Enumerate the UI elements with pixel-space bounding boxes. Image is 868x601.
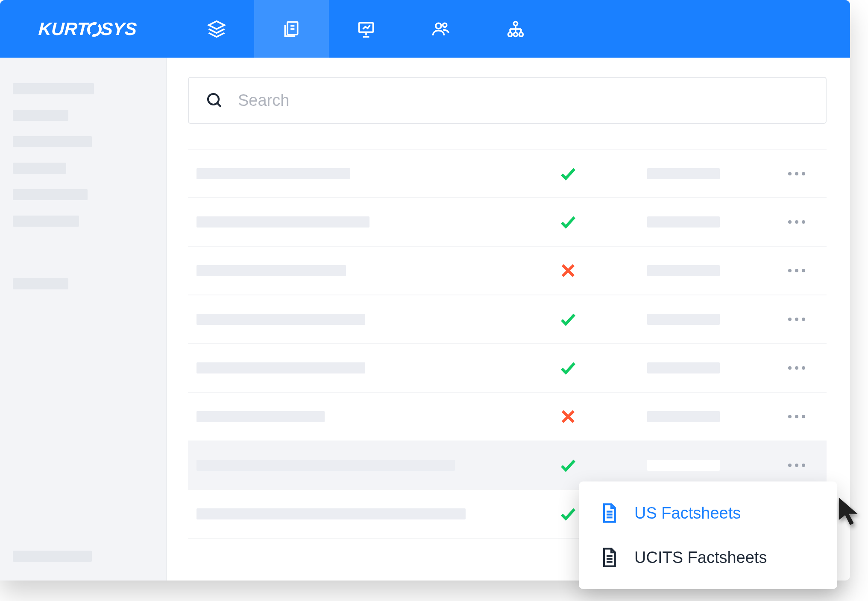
document-icon [600,547,618,568]
table-row[interactable] [188,149,827,198]
more-button[interactable] [788,464,805,467]
popup-item-us-factsheets[interactable]: US Factsheets [579,491,837,535]
more-button[interactable] [788,172,805,175]
row-actions [743,269,818,272]
row-status [513,407,624,426]
sidebar-item[interactable] [13,136,92,147]
popup-item-label: US Factsheets [634,504,741,522]
row-name [196,362,513,373]
nav-documents[interactable] [254,0,329,58]
sidebar [0,58,167,581]
svg-point-11 [514,21,518,25]
cross-icon [559,261,578,280]
sidebar-item[interactable] [13,110,68,121]
row-status [513,456,624,475]
row-name [196,460,513,471]
row-date [624,411,743,422]
row-status [513,164,624,183]
svg-line-21 [217,103,221,107]
sidebar-bottom-item[interactable] [13,551,92,562]
row-date [624,168,743,179]
app-window: KURTSYS [0,0,850,581]
svg-point-13 [514,32,518,36]
documents-icon [282,20,301,38]
more-button[interactable] [788,220,805,224]
row-actions [743,220,818,224]
row-date [624,314,743,325]
table-row[interactable] [188,295,827,344]
document-icon [600,503,618,523]
context-menu: US Factsheets UCITS Factsheets [579,481,837,589]
row-name [196,314,513,325]
check-icon [559,456,578,475]
svg-point-20 [208,94,219,105]
table-row[interactable] [188,344,827,393]
row-date [624,460,743,471]
popup-item-label: UCITS Factsheets [634,548,767,567]
nav-layers[interactable] [179,0,254,58]
row-name [196,265,513,276]
row-status [513,310,624,329]
svg-marker-2 [209,21,225,29]
svg-point-10 [443,23,447,27]
nav-presentation[interactable] [329,0,404,58]
row-date [624,216,743,228]
row-name [196,411,513,422]
svg-rect-3 [287,22,298,34]
table-row[interactable] [188,198,827,247]
svg-point-14 [519,32,523,36]
search-input[interactable] [238,91,809,110]
nav-hierarchy[interactable] [478,0,553,58]
table-row[interactable] [188,393,827,441]
row-name [196,216,513,228]
more-button[interactable] [788,415,805,418]
svg-point-12 [508,32,512,36]
more-button[interactable] [788,318,805,321]
check-icon [559,213,578,231]
cursor-icon [835,495,865,527]
presentation-icon [357,20,375,38]
search-icon [206,92,223,109]
logo: KURTSYS [38,19,137,39]
row-name [196,168,513,179]
hierarchy-icon [506,20,525,38]
row-actions [743,318,818,321]
row-status [513,261,624,280]
row-status [513,359,624,377]
row-date [624,362,743,373]
nav-items [179,0,553,58]
check-icon [559,505,578,523]
more-button[interactable] [788,269,805,272]
header: KURTSYS [0,0,850,58]
search-bar[interactable] [188,77,827,124]
sidebar-item[interactable] [13,189,88,200]
more-button[interactable] [788,366,805,370]
table-row[interactable] [188,247,827,295]
sidebar-item[interactable] [13,163,66,174]
row-status [513,213,624,231]
row-actions [743,415,818,418]
popup-item-ucits-factsheets[interactable]: UCITS Factsheets [579,535,837,580]
row-actions [743,172,818,175]
layers-icon [207,20,226,38]
row-actions [743,464,818,467]
users-icon [431,20,450,38]
sidebar-item[interactable] [13,278,68,289]
sidebar-item[interactable] [13,83,94,94]
row-date [624,265,743,276]
cross-icon [559,407,578,426]
row-name [196,508,513,519]
check-icon [559,164,578,183]
check-icon [559,310,578,329]
check-icon [559,359,578,377]
svg-point-9 [436,23,442,29]
table [188,149,827,539]
row-actions [743,366,818,370]
sidebar-item[interactable] [13,216,79,227]
nav-users[interactable] [404,0,478,58]
